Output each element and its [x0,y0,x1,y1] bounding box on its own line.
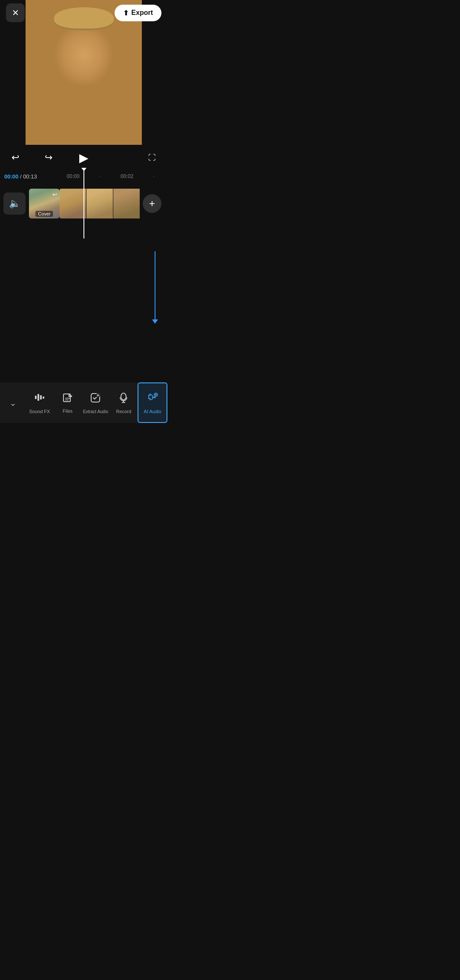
time-dot-2: · [141,173,167,179]
record-icon [118,391,129,406]
svg-rect-1 [37,394,39,401]
svg-point-9 [121,393,126,400]
undo-icon: ↩ [12,152,19,163]
redo-icon: ↪ [45,152,52,163]
clips-strip: + [60,189,164,218]
fullscreen-icon: ⛶ [148,153,156,162]
sound-fx-icon [34,391,46,406]
spacer [111,150,126,165]
ai-audio-icon [147,391,158,406]
toolbar-item-files[interactable]: Files [54,382,82,423]
arrow-indicator [152,251,158,324]
collapse-button[interactable]: ⌄ [0,382,26,423]
close-button[interactable]: ✕ [6,3,25,22]
export-label: Export [131,9,153,17]
fullscreen-button[interactable]: ⛶ [144,150,160,165]
add-clip-button[interactable]: + [143,194,161,213]
clip-3-image [113,189,140,218]
current-time: 00:00 / 00:13 [4,173,37,180]
extract-audio-label: Extract Audio [83,409,108,414]
toolbar-item-extract-audio[interactable]: Extract Audio [82,382,110,423]
controls-bar: ↩ ↪ ▶ ⛶ [0,145,167,170]
clip-2[interactable] [86,189,113,218]
redo-button[interactable]: ↪ [41,150,56,165]
export-button[interactable]: ⬆ Export [115,5,161,21]
clip-1[interactable] [60,189,86,218]
sound-icon: 🔈 [9,198,20,209]
clip-3[interactable] [113,189,140,218]
time-label-2: 00:02 [114,173,141,179]
toolbar-items: Sound FX Files [26,382,167,423]
bottom-toolbar: ⌄ Sound FX [0,382,167,423]
close-icon: ✕ [12,8,19,18]
export-icon: ⬆ [123,9,129,17]
header: ✕ ⬆ Export [0,0,167,26]
files-icon [62,392,73,406]
play-icon: ▶ [79,151,89,165]
clip-2-image [86,189,113,218]
toolbar-item-record[interactable]: Record [109,382,138,423]
svg-rect-2 [40,395,42,399]
toolbar-item-sound-fx[interactable]: Sound FX [26,382,54,423]
play-button[interactable]: ▶ [75,148,93,167]
record-label: Record [116,409,131,414]
chevron-down-icon: ⌄ [9,398,17,408]
ai-audio-label: AI Audio [144,409,161,414]
time-dot-1: · [86,173,113,179]
svg-rect-3 [43,397,44,399]
toolbar-item-ai-audio[interactable]: AI Audio [138,382,167,423]
cover-label: Cover [35,211,53,217]
cover-arrow-icon: ↩ [52,191,57,198]
clip-1-image [60,189,86,218]
files-label: Files [63,408,72,414]
arrow-head [152,319,158,324]
undo-button[interactable]: ↩ [8,150,23,165]
add-clip-icon: + [149,198,155,210]
sound-fx-label: Sound FX [29,409,50,414]
arrow-line [155,251,155,319]
extract-audio-icon [89,392,101,407]
cover-thumbnail[interactable]: ↩ Cover [29,189,60,218]
time-labels: 00:00 · 00:02 · [60,173,167,179]
time-label-0: 00:00 [60,173,86,179]
playhead [83,170,84,239]
svg-rect-0 [35,396,37,399]
sound-button[interactable]: 🔈 [3,193,26,215]
